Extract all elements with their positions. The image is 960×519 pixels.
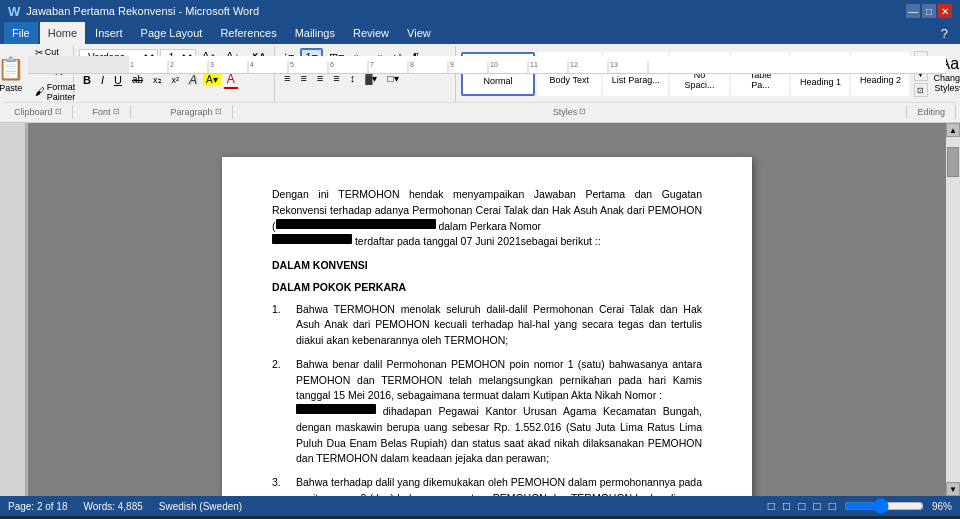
list-item-3: 3. Bahwa terhadap dalil yang dikemukakan… — [272, 475, 702, 496]
paste-icon: 📋 — [0, 56, 24, 82]
word-logo-icon: W — [8, 4, 20, 19]
scroll-thumb[interactable] — [947, 147, 959, 177]
view-icon-print[interactable]: □ — [768, 499, 775, 513]
help-button[interactable]: ? — [933, 26, 956, 41]
status-left: Page: 2 of 18 Words: 4,885 Swedish (Swed… — [8, 501, 242, 512]
highlight-button[interactable]: A▾ — [203, 73, 221, 86]
tab-mailings[interactable]: Mailings — [287, 22, 343, 44]
opening-text-mid: dalam Perkara Nomor — [436, 220, 542, 232]
list-content-3: Bahwa terhadap dalil yang dikemukakan ol… — [296, 475, 702, 496]
editing-group-label: Editing — [907, 105, 956, 119]
tab-insert[interactable]: Insert — [87, 22, 131, 44]
view-icon-web[interactable]: □ — [798, 499, 805, 513]
subscript-button[interactable]: x₂ — [149, 73, 166, 87]
left-margin-border — [25, 123, 27, 496]
tab-file[interactable]: File — [4, 22, 38, 44]
scroll-track[interactable] — [946, 137, 960, 482]
clipboard-group: 📋 Paste ✂ Cut ⧉ Copy 🖌 Format Painter — [4, 46, 74, 102]
clipboard-group-label: Clipboard ⊡ — [4, 105, 73, 119]
style-normal-label: Normal — [484, 76, 513, 86]
numbered-list: 1. Bahwa TERMOHON menolak seluruh dalil-… — [272, 302, 702, 497]
style-list-para-label: List Parag... — [612, 75, 660, 85]
document-page[interactable]: Dengan ini TERMOHON hendak menyampaikan … — [222, 157, 752, 496]
opening-paragraph: Dengan ini TERMOHON hendak menyampaikan … — [272, 187, 702, 250]
ribbon-row1: 📋 Paste ✂ Cut ⧉ Copy 🖌 Format Painter — [4, 46, 956, 102]
font-expand-icon[interactable]: ⊡ — [113, 105, 120, 119]
maximize-button[interactable]: □ — [922, 4, 936, 18]
format-painter-icon: 🖌 — [35, 86, 45, 97]
styles-group-label: Styles ⊡ — [233, 105, 908, 119]
view-icon-fullread[interactable]: □ — [783, 499, 790, 513]
paste-label: Paste — [0, 83, 22, 93]
ribbon-tabs: File Home Insert Page Layout References … — [0, 22, 960, 44]
list-num-1: 1. — [272, 302, 296, 349]
list-content-2: Bahwa benar dalil Permohonan PEMOHON poi… — [296, 357, 702, 467]
status-page: Page: 2 of 18 — [8, 501, 68, 512]
list-item-1: 1. Bahwa TERMOHON menolak seluruh dalil-… — [272, 302, 702, 349]
close-button[interactable]: ✕ — [938, 4, 952, 18]
section-dalam-pokok-perkara: DALAM POKOK PERKARA — [272, 280, 702, 296]
scroll-down-button[interactable]: ▼ — [946, 482, 960, 496]
tab-review[interactable]: Review — [345, 22, 397, 44]
vertical-scrollbar: ▲ ▼ — [946, 123, 960, 496]
style-heading2-label: Heading 2 — [860, 75, 901, 85]
clipboard-expand-icon[interactable]: ⊡ — [55, 105, 62, 119]
redacted-name — [276, 219, 436, 229]
style-body-text-label: Body Text — [550, 75, 589, 85]
font-group: Verdana 11 A↑ A↓ ✗A B I U ab x₂ x² A — [75, 46, 275, 102]
title-bar: W Jawaban Pertama Rekonvensi - Microsoft… — [0, 0, 960, 22]
superscript-button[interactable]: x² — [168, 73, 184, 87]
font-group-label: Font ⊡ — [73, 105, 131, 119]
list-item-2: 2. Bahwa benar dalil Permohonan PEMOHON … — [272, 357, 702, 467]
zoom-level: 96% — [932, 501, 952, 512]
paste-button[interactable]: 📋 Paste — [0, 53, 29, 96]
tab-page-layout[interactable]: Page Layout — [133, 22, 211, 44]
ribbon-group-labels: Clipboard ⊡ Font ⊡ Paragraph ⊡ Styles ⊡ … — [4, 102, 956, 118]
paragraph-expand-icon[interactable]: ⊡ — [215, 105, 222, 119]
view-icon-draft[interactable]: □ — [829, 499, 836, 513]
minimize-button[interactable]: — — [906, 4, 920, 18]
doc-scroll-area[interactable]: 1 2 3 4 5 6 7 8 9 — [28, 123, 946, 496]
status-words: Words: 4,885 — [84, 501, 143, 512]
redacted-akta-nikah — [296, 404, 376, 414]
zoom-slider[interactable] — [844, 498, 924, 514]
styles-group: AaBbCcDc Normal AaBbCcDc Body Text AaBbC… — [457, 46, 960, 102]
title-bar-left: W Jawaban Pertama Rekonvensi - Microsoft… — [8, 4, 259, 19]
view-icon-outline[interactable]: □ — [813, 499, 820, 513]
strikethrough-button[interactable]: ab — [128, 72, 147, 87]
list-num-3: 3. — [272, 475, 296, 496]
change-styles-label2: Styles▾ — [935, 83, 961, 93]
opening-text-end: terdaftar pada tanggal 07 Juni 2021sebag… — [355, 235, 601, 247]
left-margin-bar — [0, 123, 28, 496]
styles-more-button[interactable]: ⊡ — [914, 83, 928, 97]
paragraph-group-label: Paragraph ⊡ — [131, 105, 233, 119]
paragraph-group: ⁝≡ 1≡ ⊞≡ ⇤ ⇥ ↕A ¶ ≡ ≡ ≡ ≡ ↕ ▓▾ □▾ — [276, 46, 456, 102]
status-right: □ □ □ □ □ 96% — [768, 498, 952, 514]
document-area: 1 2 3 4 5 6 7 8 9 — [0, 123, 960, 496]
status-bar: Page: 2 of 18 Words: 4,885 Swedish (Swed… — [0, 496, 960, 516]
section-dalam-konvensi: DALAM KONVENSI — [272, 258, 702, 274]
tab-home[interactable]: Home — [40, 22, 85, 44]
status-language: Swedish (Sweden) — [159, 501, 242, 512]
list-num-2: 2. — [272, 357, 296, 467]
redacted-case-number — [272, 234, 352, 244]
styles-expand-icon[interactable]: ⊡ — [579, 105, 586, 119]
scroll-up-button[interactable]: ▲ — [946, 123, 960, 137]
style-heading1-label: Heading 1 — [800, 77, 841, 87]
tab-view[interactable]: View — [399, 22, 439, 44]
change-styles-label: Change — [934, 73, 961, 83]
title-bar-text: Jawaban Pertama Rekonvensi - Microsoft W… — [26, 5, 259, 17]
tab-references[interactable]: References — [212, 22, 284, 44]
title-bar-controls: — □ ✕ — [906, 4, 952, 18]
list-content-1: Bahwa TERMOHON menolak seluruh dalil-dal… — [296, 302, 702, 349]
